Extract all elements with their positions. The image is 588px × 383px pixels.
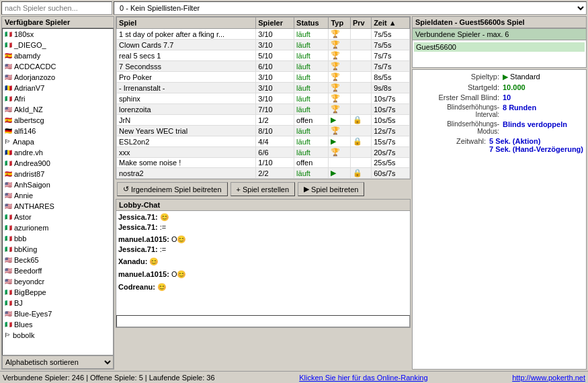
game-status: läuft bbox=[294, 72, 329, 83]
game-name: Make some noise ! bbox=[117, 158, 256, 168]
col-header-typ[interactable]: Typ bbox=[329, 17, 351, 29]
game-name: - Irrenanstalt - bbox=[117, 83, 256, 93]
player-item[interactable]: 🇺🇸AnhSaigon bbox=[3, 179, 113, 190]
chat-header: Lobby-Chat bbox=[116, 200, 410, 211]
game-players: 3/10 bbox=[256, 72, 294, 83]
game-private bbox=[350, 158, 371, 168]
player-item[interactable]: 🇮🇹BJ bbox=[3, 298, 113, 308]
chat-message: manuel.a1015: O😊 bbox=[118, 270, 408, 279]
player-list[interactable]: 🇮🇹180sx🇮🇹_DIEGO_🇪🇸abamdy🇺🇸ACDCACDC🇺🇸Ador… bbox=[2, 28, 114, 355]
game-type bbox=[329, 158, 351, 168]
player-item[interactable]: 🇮🇹_DIEGO_ bbox=[3, 40, 113, 50]
player-item[interactable]: 🇺🇸Annie bbox=[3, 190, 113, 201]
create-game-button[interactable]: + Spiel erstellen bbox=[230, 182, 296, 196]
spieltyp-text: Standard bbox=[510, 73, 540, 81]
player-item[interactable]: 🇺🇸Beck65 bbox=[3, 255, 113, 265]
game-status: läuft bbox=[294, 40, 329, 50]
table-row[interactable]: Pro Poker 3/10 läuft 🏆 8s/5s bbox=[117, 72, 410, 83]
player-item[interactable]: 🇺🇸Blue-Eyes7 bbox=[3, 308, 113, 319]
game-status: läuft bbox=[294, 83, 329, 93]
player-item[interactable]: 🇩🇪alfi146 bbox=[3, 126, 113, 136]
table-row[interactable]: - Irrenanstalt - 3/10 läuft 🏆 9s/8s bbox=[117, 83, 410, 93]
game-players: 6/6 bbox=[256, 147, 294, 158]
player-item[interactable]: 🇷🇴AdrianV7 bbox=[3, 83, 113, 93]
player-item[interactable]: 🇺🇸Adorjanzozo bbox=[3, 72, 113, 83]
refresh-icon: ↺ bbox=[123, 185, 129, 194]
chat-input[interactable] bbox=[116, 315, 410, 327]
col-header-spieler[interactable]: Spieler bbox=[256, 17, 294, 29]
player-item[interactable]: 🇪🇸andrist87 bbox=[3, 169, 113, 179]
table-row[interactable]: lorenzoita 7/10 läuft 🏆 10s/7s bbox=[117, 104, 410, 115]
zeitwahl-row: Zeitwahl: 5 Sek. (Aktion) 7 Sek. (Hand-V… bbox=[415, 137, 583, 153]
game-players: 1/10 bbox=[256, 158, 294, 168]
col-header-prv[interactable]: Prv bbox=[350, 17, 371, 29]
table-row[interactable]: Make some noise ! 1/10 offen 25s/5s bbox=[117, 158, 410, 168]
player-item[interactable]: 🇮🇹BigBeppe bbox=[3, 287, 113, 298]
col-header-status[interactable]: Status bbox=[294, 17, 329, 29]
table-row[interactable]: xxx 6/6 läuft 🏆 20s/7s bbox=[117, 147, 410, 158]
player-item[interactable]: 🇺🇸Beedorff bbox=[3, 265, 113, 276]
game-table-body: 1 st day of poker after a fking r... 3/1… bbox=[117, 29, 410, 179]
spectate-label: Spiel beitreten bbox=[311, 185, 358, 194]
game-type: 🏆 bbox=[329, 83, 351, 93]
player-item[interactable]: 🇺🇸ACDCACDC bbox=[3, 61, 113, 72]
game-players: 8/10 bbox=[256, 126, 294, 136]
game-time: 7s/7s bbox=[372, 50, 410, 61]
table-row[interactable]: 1 st day of poker after a fking r... 3/1… bbox=[117, 29, 410, 40]
connected-players-panel: Verbundene Spieler - max. 6 Guest56600 bbox=[412, 28, 587, 68]
game-time: 7s/5s bbox=[372, 40, 410, 50]
game-status: läuft bbox=[294, 93, 329, 104]
zeitwahl-value: 5 Sek. (Aktion) 7 Sek. (Hand-Verzögerung… bbox=[489, 137, 583, 153]
join-game-button[interactable]: ↺ Irgendeinem Spiel beitreten bbox=[117, 182, 228, 196]
game-time: 60s/7s bbox=[372, 168, 410, 179]
player-item[interactable]: 🇮🇹azurionem bbox=[3, 222, 113, 233]
website-link[interactable]: http://www.pokerth.net bbox=[512, 374, 585, 382]
game-name: Pro Poker bbox=[117, 72, 256, 83]
player-item[interactable]: 🇮🇹Andrea900 bbox=[3, 158, 113, 169]
game-time: 25s/5s bbox=[372, 158, 410, 168]
player-item[interactable]: 🇪🇸abamdy bbox=[3, 50, 113, 61]
blinds-runden-value: 8 Runden bbox=[503, 103, 583, 112]
game-players: 1/2 bbox=[256, 115, 294, 126]
player-item[interactable]: 🏳Anapa bbox=[3, 136, 113, 147]
table-row[interactable]: ESL2on2 4/4 läuft ▶ 🔒 15s/7s bbox=[117, 136, 410, 147]
filter-select[interactable]: 0 - Kein Spiellisten-Filter bbox=[114, 1, 587, 15]
player-item[interactable]: 🇺🇸ANTHARES bbox=[3, 201, 113, 212]
player-item[interactable]: 🇺🇸beyondcr bbox=[3, 276, 113, 287]
table-row[interactable]: real 5 secs 1 5/10 läuft 🏆 7s/7s bbox=[117, 50, 410, 61]
game-name: nostra2 bbox=[117, 168, 256, 179]
blinds-modus-value: Blinds verdoppeln bbox=[503, 120, 583, 128]
player-item[interactable]: 🇺🇸AkId_NZ bbox=[3, 104, 113, 115]
search-input[interactable] bbox=[1, 1, 112, 15]
spectate-game-button[interactable]: ▶ Spiel beitreten bbox=[298, 182, 364, 196]
player-item[interactable]: 🇮🇹Afri bbox=[3, 93, 113, 104]
player-item[interactable]: 🇮🇹bbKing bbox=[3, 244, 113, 255]
game-table-container: Spiel Spieler Status Typ Prv Zeit ▲ 1 st… bbox=[116, 16, 411, 179]
table-row[interactable]: JrN 1/2 offen ▶ 🔒 10s/5s bbox=[117, 115, 410, 126]
col-header-spiel[interactable]: Spiel bbox=[117, 17, 256, 29]
player-item[interactable]: 🇮🇹bbb bbox=[3, 233, 113, 244]
game-status: läuft bbox=[294, 50, 329, 61]
table-row[interactable]: New Years WEC trial 8/10 läuft 🏆 12s/7s bbox=[117, 126, 410, 136]
game-status: läuft bbox=[294, 104, 329, 115]
game-private bbox=[350, 40, 371, 50]
ranking-link[interactable]: Klicken Sie hier für das Online-Ranking bbox=[299, 374, 427, 382]
table-row[interactable]: 7 Secondsss 6/10 läuft 🏆 7s/7s bbox=[117, 61, 410, 72]
table-row[interactable]: nostra2 2/2 läuft ▶ 🔒 60s/7s bbox=[117, 168, 410, 179]
player-item[interactable]: 🇮🇹180sx bbox=[3, 29, 113, 40]
game-name: sphinx bbox=[117, 93, 256, 104]
player-item[interactable]: 🇪🇸albertscg bbox=[3, 115, 113, 126]
table-row[interactable]: Clown Cards 7.7 3/10 läuft 🏆 7s/5s bbox=[117, 40, 410, 50]
sort-select[interactable]: Alphabetisch sortieren bbox=[2, 355, 114, 369]
player-item[interactable]: 🇷🇴andre.vh bbox=[3, 147, 113, 158]
startgeld-value: 10.000 bbox=[503, 83, 583, 91]
player-item[interactable]: 🇮🇹Astor bbox=[3, 212, 113, 222]
sort-arrow: ▲ bbox=[389, 19, 396, 27]
player-item[interactable]: 🇮🇹Blues bbox=[3, 319, 113, 330]
player-item[interactable]: 🏳bobolk bbox=[3, 330, 113, 341]
game-name: Clown Cards 7.7 bbox=[117, 40, 256, 50]
connected-players-header: Verbundene Spieler - max. 6 bbox=[413, 29, 586, 40]
table-row[interactable]: sphinx 3/10 läuft 🏆 10s/7s bbox=[117, 93, 410, 104]
col-header-zeit[interactable]: Zeit ▲ bbox=[372, 17, 410, 29]
chat-message: Codreanu: 😊 bbox=[118, 283, 408, 292]
